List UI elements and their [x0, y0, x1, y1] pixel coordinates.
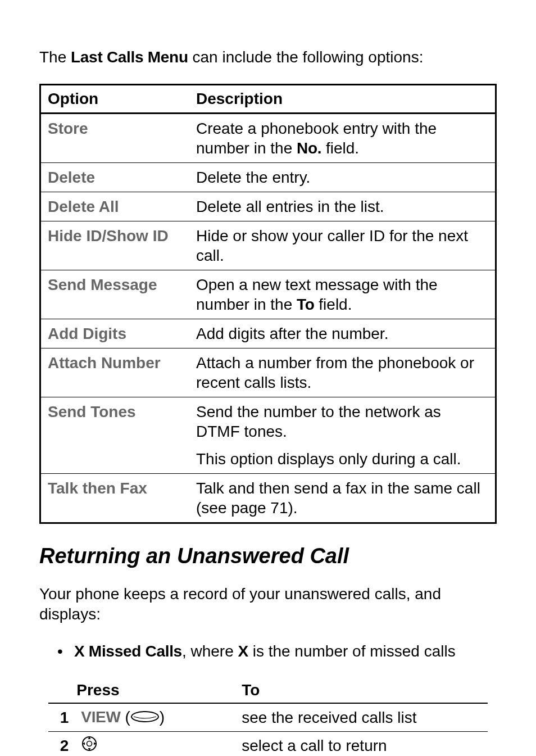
table-row: 2select a call to return [48, 731, 487, 756]
table-row: StoreCreate a phonebook entry with the n… [40, 114, 496, 163]
to-cell: see the received calls list [237, 703, 487, 732]
options-table: Option Description StoreCreate a phonebo… [39, 84, 497, 524]
intro-prefix: The [39, 48, 71, 66]
to-cell: select a call to return [237, 731, 487, 756]
option-cell: Send Message [40, 270, 190, 319]
desc-before: Send the number to the network as DTMF t… [196, 403, 441, 440]
desc-after: field. [315, 296, 352, 313]
missed-calls-bullet-list: X Missed Calls, where X is the number of… [57, 641, 497, 662]
desc-extra: This option displays only during a call. [196, 450, 461, 468]
option-label: Store [48, 120, 88, 137]
svg-point-0 [131, 712, 158, 722]
option-label: Send Tones [48, 403, 136, 420]
table-row: Send MessageOpen a new text message with… [40, 270, 496, 319]
bullet-mid: , where [182, 642, 238, 660]
col-option-header: Option [40, 85, 190, 114]
press-label: VIEW [81, 708, 120, 726]
option-cell: Add Digits [40, 319, 190, 348]
press-cell [76, 731, 237, 756]
option-label: Attach Number [48, 354, 161, 372]
section-intro: Your phone keeps a record of your unansw… [39, 584, 497, 625]
description-cell: Delete all entries in the list. [189, 192, 496, 221]
table-row: Add DigitsAdd digits after the number. [40, 319, 496, 348]
table-row: Hide ID/Show IDHide or show your caller … [40, 221, 496, 270]
option-cell: Hide ID/Show ID [40, 221, 190, 270]
softkey-key-icon [130, 708, 160, 728]
table-row: Talk then FaxTalk and then send a fax in… [40, 474, 496, 523]
option-label: Hide ID/Show ID [48, 227, 169, 245]
press-cell: VIEW () [76, 703, 237, 732]
option-cell: Talk then Fax [40, 474, 190, 523]
col-to-header: To [237, 678, 487, 703]
description-cell: Send the number to the network as DTMF t… [189, 397, 496, 474]
desc-before: Add digits after the number. [196, 325, 388, 342]
option-cell: Store [40, 114, 190, 163]
option-label: Add Digits [48, 325, 126, 342]
option-label: Delete All [48, 198, 119, 215]
bullet-bold-2: X [238, 642, 248, 660]
option-cell: Send Tones [40, 397, 190, 474]
intro-suffix: can include the following options: [188, 48, 424, 66]
description-cell: Delete the entry. [189, 163, 496, 192]
table-row: DeleteDelete the entry. [40, 163, 496, 192]
option-cell: Attach Number [40, 348, 190, 397]
section-heading: Returning an Unanswered Call [39, 544, 497, 568]
table-row: Delete AllDelete all entries in the list… [40, 192, 496, 221]
desc-before: Hide or show your caller ID for the next… [196, 227, 468, 264]
description-cell: Open a new text message with the number … [189, 270, 496, 319]
desc-before: Talk and then send a fax in the same cal… [196, 479, 480, 517]
table-header-row: Press To [48, 678, 487, 703]
nav-key-icon [81, 735, 98, 756]
description-cell: Talk and then send a fax in the same cal… [189, 474, 496, 523]
description-cell: Add digits after the number. [189, 319, 496, 348]
svg-point-2 [87, 741, 92, 746]
option-label: Talk then Fax [48, 479, 147, 497]
bullet-post: is the number of missed calls [248, 642, 456, 660]
table-header-row: Option Description [40, 85, 496, 114]
steps-table: Press To 1VIEW ()see the received calls … [48, 678, 487, 756]
desc-before: Delete the entry. [196, 169, 310, 186]
option-cell: Delete All [40, 192, 190, 221]
desc-bold: To [297, 296, 315, 313]
option-label: Delete [48, 169, 95, 186]
intro-paragraph: The Last Calls Menu can include the foll… [39, 47, 497, 67]
table-row: Attach NumberAttach a number from the ph… [40, 348, 496, 397]
col-press-header: Press [76, 678, 237, 703]
desc-bold: No. [297, 139, 321, 157]
desc-before: Attach a number from the phonebook or re… [196, 354, 474, 391]
col-description-header: Description [189, 85, 496, 114]
description-cell: Create a phonebook entry with the number… [189, 114, 496, 163]
option-label: Send Message [48, 276, 157, 293]
intro-bold: Last Calls Menu [71, 48, 188, 66]
list-item: X Missed Calls, where X is the number of… [57, 641, 497, 662]
desc-before: Delete all entries in the list. [196, 198, 384, 215]
description-cell: Attach a number from the phonebook or re… [189, 348, 496, 397]
bullet-bold-1: X Missed Calls [74, 642, 182, 660]
step-number: 1 [48, 703, 76, 732]
step-number: 2 [48, 731, 76, 756]
description-cell: Hide or show your caller ID for the next… [189, 221, 496, 270]
option-cell: Delete [40, 163, 190, 192]
table-row: 1VIEW ()see the received calls list [48, 703, 487, 732]
table-row: Send TonesSend the number to the network… [40, 397, 496, 474]
desc-after: field. [321, 139, 359, 157]
